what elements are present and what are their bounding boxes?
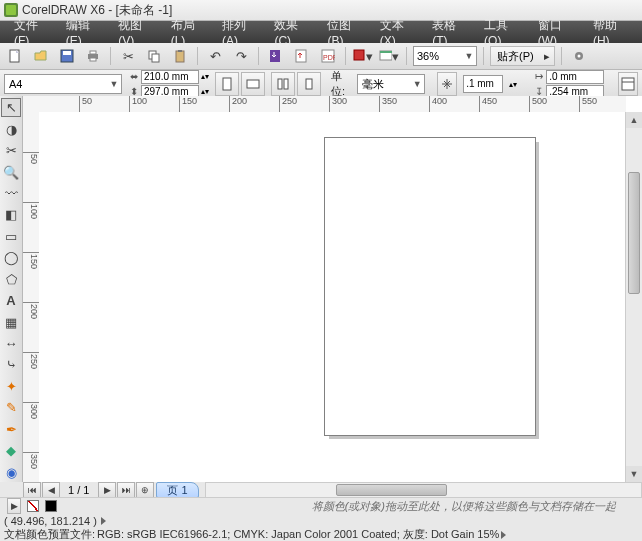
spinner-icon[interactable]: ▴▾	[201, 87, 209, 96]
freehand-tool[interactable]: 〰	[1, 184, 21, 203]
undo-button[interactable]: ↶	[204, 45, 226, 67]
menu-table[interactable]: 表格(T)	[424, 15, 474, 50]
ruler-tick: 300	[329, 96, 347, 112]
import-button[interactable]	[265, 45, 287, 67]
menu-help[interactable]: 帮助(H)	[585, 15, 636, 50]
zoom-input[interactable]	[414, 50, 462, 62]
ellipse-tool[interactable]: ◯	[1, 248, 21, 267]
color-left-button[interactable]: ▶	[7, 498, 21, 514]
menu-tools[interactable]: 工具(O)	[476, 15, 528, 50]
landscape-button[interactable]	[241, 72, 265, 96]
vertical-ruler[interactable]: 50 100 150 200 250 300 350	[23, 112, 40, 482]
crop-tool[interactable]: ✂	[1, 141, 21, 160]
ruler-tick: 350	[379, 96, 397, 112]
ruler-tick: 100	[129, 96, 147, 112]
redo-button[interactable]: ↷	[230, 45, 252, 67]
paper-size-value: A4	[5, 78, 107, 90]
print-button[interactable]	[82, 45, 104, 67]
copy-button[interactable]	[143, 45, 165, 67]
snap-combo[interactable]: 贴齐(P) ▸	[490, 46, 555, 66]
add-page-button[interactable]: ⊕	[136, 482, 154, 498]
page-tab[interactable]: 页 1	[156, 482, 198, 498]
spinner-icon[interactable]: ▴▾	[509, 80, 517, 89]
polygon-tool[interactable]: ⬠	[1, 270, 21, 289]
expand-icon[interactable]	[101, 517, 106, 525]
publish-pdf-button[interactable]: PDF	[317, 45, 339, 67]
shape-tool[interactable]: ◑	[1, 119, 21, 138]
nudge-button[interactable]	[437, 72, 457, 96]
rectangle-tool[interactable]: ▭	[1, 227, 21, 246]
nudge-input[interactable]: .1 mm	[463, 75, 503, 93]
page-navigator: ⏮ ◀ 1 / 1 ▶ ⏭ ⊕ 页 1	[0, 482, 642, 498]
svg-rect-11	[296, 50, 306, 62]
save-button[interactable]	[56, 45, 78, 67]
scroll-thumb[interactable]	[628, 172, 640, 294]
snap-label: 贴齐(P)	[491, 49, 540, 64]
ruler-tick: 50	[79, 96, 92, 112]
prev-page-button[interactable]: ◀	[42, 482, 60, 498]
chevron-down-icon[interactable]: ▼	[107, 79, 121, 89]
scroll-down-icon[interactable]: ▼	[626, 466, 642, 482]
new-button[interactable]	[4, 45, 26, 67]
svg-rect-24	[622, 78, 634, 90]
chevron-down-icon[interactable]: ▼	[462, 51, 476, 61]
next-page-button[interactable]: ▶	[98, 482, 116, 498]
portrait-button[interactable]	[215, 72, 239, 96]
ruler-tick: 250	[279, 96, 297, 112]
dup-x-input[interactable]: .0 mm	[546, 70, 604, 84]
eyedropper-tool[interactable]: ✎	[1, 398, 21, 417]
interactive-fill-tool[interactable]: ◉	[1, 462, 21, 481]
outline-tool[interactable]: ✒	[1, 420, 21, 439]
caret-icon: ▸	[540, 50, 554, 63]
scroll-up-icon[interactable]: ▲	[626, 112, 642, 128]
horizontal-ruler[interactable]: 50 100 150 200 250 300 350 400 450 500 5…	[23, 96, 626, 113]
page[interactable]	[324, 137, 536, 436]
ruler-tick: 350	[23, 452, 39, 469]
first-page-button[interactable]: ⏮	[23, 482, 41, 498]
units-combo[interactable]: 毫米 ▼	[357, 74, 425, 94]
horizontal-scrollbar[interactable]	[205, 482, 642, 498]
cut-button[interactable]: ✂	[117, 45, 139, 67]
property-bar: A4 ▼ ⬌210.0 mm▴▾ ⬍297.0 mm▴▾ 单位: 毫米 ▼ .1…	[0, 70, 642, 99]
paste-button[interactable]	[169, 45, 191, 67]
all-pages-button[interactable]	[271, 72, 295, 96]
black-swatch[interactable]	[45, 500, 57, 512]
svg-rect-23	[306, 79, 312, 89]
treat-as-filled-button[interactable]	[618, 72, 638, 96]
no-fill-swatch[interactable]	[27, 500, 39, 512]
vertical-scrollbar[interactable]: ▲ ▼	[625, 112, 642, 482]
canvas[interactable]	[39, 112, 626, 482]
last-page-button[interactable]: ⏭	[117, 482, 135, 498]
scroll-thumb[interactable]	[336, 484, 447, 496]
text-tool[interactable]: A	[1, 291, 21, 310]
pick-tool[interactable]: ↖	[1, 98, 21, 117]
options-button[interactable]	[568, 45, 590, 67]
svg-rect-5	[90, 58, 96, 61]
spinner-icon[interactable]: ▴▾	[201, 72, 209, 81]
svg-rect-21	[278, 79, 282, 89]
fill-tool[interactable]: ◆	[1, 441, 21, 460]
app-launcher-button[interactable]: ▾	[352, 45, 374, 67]
expand-icon[interactable]	[501, 531, 506, 539]
export-button[interactable]	[291, 45, 313, 67]
ruler-tick: 200	[229, 96, 247, 112]
current-page-button[interactable]	[297, 72, 321, 96]
chevron-down-icon[interactable]: ▼	[410, 79, 424, 89]
color-profile-bar: 文档颜色预置文件: RGB: sRGB IEC61966-2.1; CMYK: …	[0, 528, 642, 541]
save-icon	[60, 49, 74, 63]
page-width-input[interactable]: 210.0 mm	[141, 70, 199, 84]
paper-size-combo[interactable]: A4 ▼	[4, 74, 122, 94]
dup-x-icon: ↦	[533, 71, 544, 82]
color-bar: ▶ 将颜色(或对象)拖动至此处，以便将这些颜色与文档存储在一起	[0, 497, 642, 514]
zoom-tool[interactable]: 🔍	[1, 162, 21, 181]
zoom-combo[interactable]: ▼	[413, 46, 477, 66]
smartfill-tool[interactable]: ◧	[1, 205, 21, 224]
open-button[interactable]	[30, 45, 52, 67]
connector-tool[interactable]: ⤷	[1, 355, 21, 374]
table-tool[interactable]: ▦	[1, 312, 21, 331]
interactive-tool[interactable]: ✦	[1, 377, 21, 396]
no-fill-icon	[28, 501, 38, 511]
dimension-tool[interactable]: ↔	[1, 334, 21, 353]
workarea: ↖ ◑ ✂ 🔍 〰 ◧ ▭ ◯ ⬠ A ▦ ↔ ⤷ ✦ ✎ ✒ ◆ ◉ 50 1…	[0, 96, 642, 482]
welcome-button[interactable]: ▾	[378, 45, 400, 67]
